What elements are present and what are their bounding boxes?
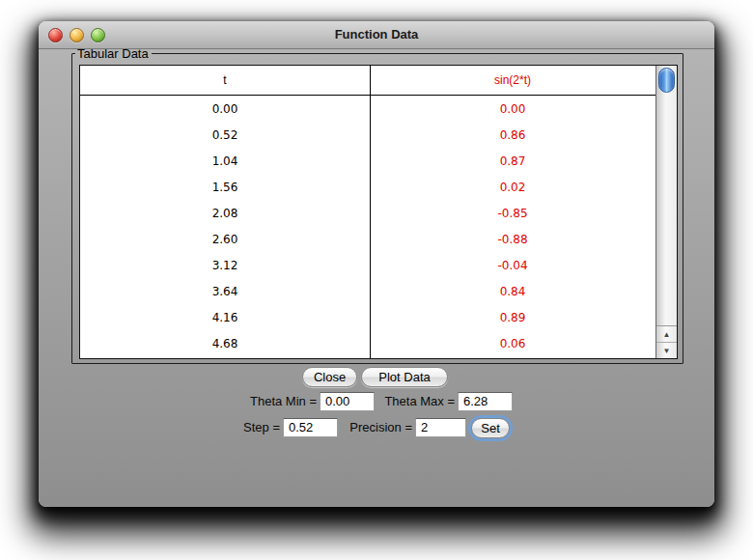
close-button[interactable]: Close (302, 367, 357, 387)
data-table: t sin(2*t) 0.000.000.520.861.040.871.560… (79, 65, 678, 359)
window-title: Function Data (39, 21, 714, 48)
table-row[interactable]: 1.560.02 (80, 174, 655, 200)
table-row[interactable]: 3.640.84 (80, 278, 655, 304)
theta-min-label: Theta Min = (230, 392, 317, 411)
theta-min-field[interactable]: 0.00 (320, 392, 375, 411)
table-header-row: t sin(2*t) (80, 66, 655, 96)
cell-sin[interactable]: -0.04 (370, 252, 655, 278)
cell-t[interactable]: 0.00 (80, 96, 370, 122)
scrollbar-thumb[interactable] (658, 68, 675, 93)
table-row[interactable]: 4.160.89 (80, 304, 655, 330)
cell-t[interactable]: 2.08 (80, 200, 370, 226)
groupbox-title: Tabular Data (75, 46, 152, 61)
table-row[interactable]: 0.000.00 (80, 96, 655, 122)
table-row[interactable]: 3.12-0.04 (80, 252, 655, 278)
table-body: 0.000.000.520.861.040.871.560.022.08-0.8… (80, 96, 655, 358)
scroll-down-icon[interactable]: ▼ (656, 343, 677, 358)
cell-sin[interactable]: -0.88 (370, 226, 655, 252)
cell-sin[interactable]: 0.02 (370, 174, 655, 200)
plot-data-button[interactable]: Plot Data (361, 367, 448, 387)
cell-t[interactable]: 1.04 (80, 148, 370, 174)
step-field[interactable]: 0.52 (283, 418, 338, 437)
theta-max-label: Theta Max = (377, 392, 455, 411)
cell-sin[interactable]: 0.87 (370, 148, 655, 174)
cell-t[interactable]: 0.52 (80, 122, 370, 148)
cell-t[interactable]: 3.12 (80, 252, 370, 278)
table-row[interactable]: 4.680.06 (80, 330, 655, 356)
table-row[interactable]: 1.040.87 (80, 148, 655, 174)
column-header-sin[interactable]: sin(2*t) (370, 66, 655, 95)
cell-sin[interactable]: -0.85 (370, 200, 655, 226)
cell-t[interactable]: 3.64 (80, 278, 370, 304)
table-row[interactable]: 2.60-0.88 (80, 226, 655, 252)
cell-sin[interactable]: 0.89 (370, 304, 655, 330)
column-divider (370, 66, 371, 358)
scroll-up-icon[interactable]: ▲ (656, 326, 677, 343)
table-row[interactable]: 2.08-0.85 (80, 200, 655, 226)
table-content: t sin(2*t) 0.000.000.520.861.040.871.560… (80, 66, 655, 358)
precision-label: Precision = (333, 418, 412, 437)
vertical-scrollbar[interactable]: ▲ ▼ (655, 66, 677, 358)
table-row[interactable]: 0.520.86 (80, 122, 655, 148)
cell-sin[interactable]: 0.00 (370, 96, 655, 122)
precision-field[interactable]: 2 (415, 418, 466, 437)
theta-max-field[interactable]: 6.28 (458, 392, 513, 411)
desktop: Function Data Tabular Data t sin(2*t) 0.… (0, 0, 753, 560)
set-button[interactable]: Set (471, 418, 510, 438)
title-bar[interactable]: Function Data (39, 21, 714, 49)
cell-t[interactable]: 4.16 (80, 304, 370, 330)
cell-sin[interactable]: 0.86 (370, 122, 655, 148)
cell-sin[interactable]: 0.84 (370, 278, 655, 304)
step-label: Step = (222, 418, 280, 437)
function-data-window: Function Data Tabular Data t sin(2*t) 0.… (39, 21, 714, 507)
column-header-t[interactable]: t (80, 66, 370, 95)
cell-t[interactable]: 4.68 (80, 330, 370, 356)
scrollbar-arrows: ▲ ▼ (656, 325, 677, 358)
cell-t[interactable]: 2.60 (80, 226, 370, 252)
cell-sin[interactable]: 0.06 (370, 330, 655, 356)
cell-t[interactable]: 1.56 (80, 174, 370, 200)
